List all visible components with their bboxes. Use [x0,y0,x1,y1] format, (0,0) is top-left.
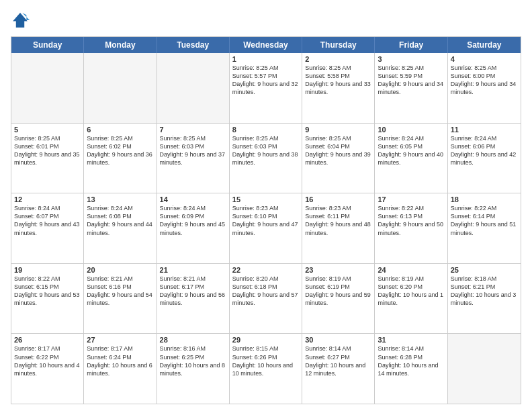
day-number: 12 [14,195,81,203]
day-header-friday: Friday [375,37,447,53]
empty-cell [157,53,230,123]
calendar-body: 1Sunrise: 8:25 AM Sunset: 5:57 PM Daylig… [11,53,521,404]
day-cell-11: 11Sunrise: 8:24 AM Sunset: 6:06 PM Dayli… [448,124,521,193]
day-cell-18: 18Sunrise: 8:22 AM Sunset: 6:14 PM Dayli… [448,193,521,263]
day-number: 22 [232,266,299,274]
day-info: Sunrise: 8:25 AM Sunset: 5:58 PM Dayligh… [305,64,371,97]
day-info: Sunrise: 8:22 AM Sunset: 6:15 PM Dayligh… [14,275,81,308]
day-number: 18 [451,195,518,203]
calendar-header: SundayMondayTuesdayWednesdayThursdayFrid… [11,37,521,53]
day-info: Sunrise: 8:24 AM Sunset: 6:06 PM Dayligh… [451,134,518,167]
day-info: Sunrise: 8:20 AM Sunset: 6:18 PM Dayligh… [232,275,299,308]
day-number: 20 [87,266,153,274]
day-number: 30 [305,336,371,344]
day-info: Sunrise: 8:23 AM Sunset: 6:11 PM Dayligh… [305,204,371,237]
calendar-row-2: 5Sunrise: 8:25 AM Sunset: 6:01 PM Daylig… [11,124,521,194]
day-header-thursday: Thursday [302,37,375,53]
day-info: Sunrise: 8:17 AM Sunset: 6:22 PM Dayligh… [14,345,81,377]
day-number: 16 [305,195,371,203]
day-info: Sunrise: 8:19 AM Sunset: 6:19 PM Dayligh… [305,275,371,308]
day-number: 27 [87,336,153,344]
day-cell-6: 6Sunrise: 8:25 AM Sunset: 6:02 PM Daylig… [84,124,157,193]
day-cell-26: 26Sunrise: 8:17 AM Sunset: 6:22 PM Dayli… [11,334,84,404]
day-number: 7 [160,126,226,134]
day-info: Sunrise: 8:15 AM Sunset: 6:26 PM Dayligh… [232,345,299,377]
calendar-row-4: 19Sunrise: 8:22 AM Sunset: 6:15 PM Dayli… [11,264,521,334]
day-number: 2 [305,55,371,63]
day-header-saturday: Saturday [448,37,521,53]
day-cell-25: 25Sunrise: 8:18 AM Sunset: 6:21 PM Dayli… [448,264,521,334]
day-cell-9: 9Sunrise: 8:25 AM Sunset: 6:04 PM Daylig… [302,124,375,193]
day-header-monday: Monday [84,37,157,53]
day-header-wednesday: Wednesday [230,37,302,53]
day-number: 26 [14,336,81,344]
day-cell-13: 13Sunrise: 8:24 AM Sunset: 6:08 PM Dayli… [84,193,157,263]
day-number: 13 [87,195,153,203]
day-info: Sunrise: 8:21 AM Sunset: 6:17 PM Dayligh… [160,275,226,308]
day-info: Sunrise: 8:18 AM Sunset: 6:21 PM Dayligh… [451,275,518,308]
day-number: 29 [232,336,299,344]
empty-cell [84,53,157,123]
day-info: Sunrise: 8:24 AM Sunset: 6:09 PM Dayligh… [160,204,226,237]
calendar-row-1: 1Sunrise: 8:25 AM Sunset: 5:57 PM Daylig… [11,53,521,124]
day-number: 9 [305,126,371,134]
day-number: 21 [160,266,226,274]
day-cell-28: 28Sunrise: 8:16 AM Sunset: 6:25 PM Dayli… [157,334,230,404]
day-number: 6 [87,126,153,134]
day-cell-5: 5Sunrise: 8:25 AM Sunset: 6:01 PM Daylig… [11,124,84,193]
day-number: 4 [451,55,518,63]
day-number: 25 [451,266,518,274]
day-cell-14: 14Sunrise: 8:24 AM Sunset: 6:09 PM Dayli… [157,193,230,263]
day-number: 11 [451,126,518,134]
day-number: 19 [14,266,81,274]
page: SundayMondayTuesdayWednesdayThursdayFrid… [0,0,532,411]
day-cell-4: 4Sunrise: 8:25 AM Sunset: 6:00 PM Daylig… [448,53,521,123]
day-info: Sunrise: 8:25 AM Sunset: 5:57 PM Dayligh… [232,64,299,97]
day-info: Sunrise: 8:25 AM Sunset: 5:59 PM Dayligh… [378,64,444,97]
day-number: 23 [305,266,371,274]
day-cell-17: 17Sunrise: 8:22 AM Sunset: 6:13 PM Dayli… [375,193,447,263]
day-cell-10: 10Sunrise: 8:24 AM Sunset: 6:05 PM Dayli… [375,124,447,193]
day-cell-20: 20Sunrise: 8:21 AM Sunset: 6:16 PM Dayli… [84,264,157,334]
day-info: Sunrise: 8:24 AM Sunset: 6:07 PM Dayligh… [14,204,81,237]
day-info: Sunrise: 8:14 AM Sunset: 6:27 PM Dayligh… [305,345,371,377]
logo-icon [11,11,30,30]
day-cell-19: 19Sunrise: 8:22 AM Sunset: 6:15 PM Dayli… [11,264,84,334]
empty-cell [448,334,521,404]
day-info: Sunrise: 8:25 AM Sunset: 6:01 PM Dayligh… [14,134,81,167]
day-info: Sunrise: 8:23 AM Sunset: 6:10 PM Dayligh… [232,204,299,237]
day-cell-2: 2Sunrise: 8:25 AM Sunset: 5:58 PM Daylig… [302,53,375,123]
day-header-tuesday: Tuesday [157,37,230,53]
day-header-sunday: Sunday [11,37,84,53]
day-info: Sunrise: 8:25 AM Sunset: 6:02 PM Dayligh… [87,134,153,167]
day-cell-15: 15Sunrise: 8:23 AM Sunset: 6:10 PM Dayli… [230,193,302,263]
day-cell-24: 24Sunrise: 8:19 AM Sunset: 6:20 PM Dayli… [375,264,447,334]
day-number: 1 [232,55,299,63]
day-info: Sunrise: 8:22 AM Sunset: 6:14 PM Dayligh… [451,204,518,237]
day-info: Sunrise: 8:25 AM Sunset: 6:04 PM Dayligh… [305,134,371,167]
day-cell-31: 31Sunrise: 8:14 AM Sunset: 6:28 PM Dayli… [375,334,447,404]
day-cell-30: 30Sunrise: 8:14 AM Sunset: 6:27 PM Dayli… [302,334,375,404]
day-cell-3: 3Sunrise: 8:25 AM Sunset: 5:59 PM Daylig… [375,53,447,123]
calendar-row-3: 12Sunrise: 8:24 AM Sunset: 6:07 PM Dayli… [11,193,521,264]
day-info: Sunrise: 8:25 AM Sunset: 6:03 PM Dayligh… [232,134,299,167]
day-info: Sunrise: 8:25 AM Sunset: 6:03 PM Dayligh… [160,134,226,167]
day-number: 3 [378,55,444,63]
day-info: Sunrise: 8:17 AM Sunset: 6:24 PM Dayligh… [87,345,153,377]
day-cell-23: 23Sunrise: 8:19 AM Sunset: 6:19 PM Dayli… [302,264,375,334]
day-info: Sunrise: 8:24 AM Sunset: 6:05 PM Dayligh… [378,134,444,167]
day-cell-29: 29Sunrise: 8:15 AM Sunset: 6:26 PM Dayli… [230,334,302,404]
calendar: SundayMondayTuesdayWednesdayThursdayFrid… [11,36,521,404]
day-cell-8: 8Sunrise: 8:25 AM Sunset: 6:03 PM Daylig… [230,124,302,193]
day-number: 10 [378,126,444,134]
day-info: Sunrise: 8:19 AM Sunset: 6:20 PM Dayligh… [378,275,444,308]
day-cell-27: 27Sunrise: 8:17 AM Sunset: 6:24 PM Dayli… [84,334,157,404]
day-info: Sunrise: 8:14 AM Sunset: 6:28 PM Dayligh… [378,345,444,377]
day-number: 8 [232,126,299,134]
empty-cell [11,53,84,123]
day-number: 31 [378,336,444,344]
day-cell-12: 12Sunrise: 8:24 AM Sunset: 6:07 PM Dayli… [11,193,84,263]
calendar-row-5: 26Sunrise: 8:17 AM Sunset: 6:22 PM Dayli… [11,334,521,404]
day-number: 5 [14,126,81,134]
day-number: 17 [378,195,444,203]
